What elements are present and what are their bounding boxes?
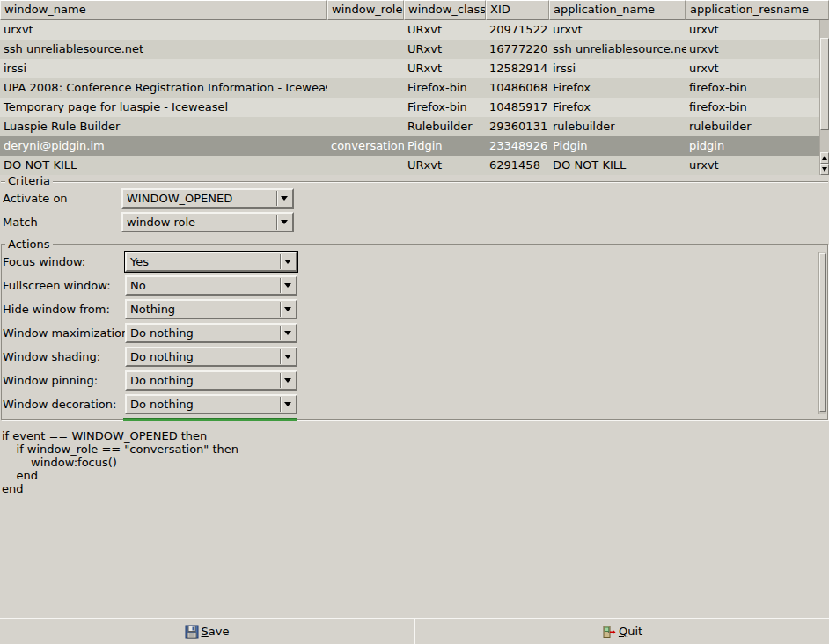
table-cell: DO NOT KILL — [0, 156, 327, 175]
table-cell: Rulebuilder — [404, 117, 486, 136]
focus-window-row: Focus window:Yes — [0, 250, 817, 274]
chevron-down-icon — [276, 191, 291, 206]
table-cell: urxvt — [0, 20, 327, 40]
table-cell: URxvt — [404, 156, 486, 175]
footer-right: Quit — [415, 619, 829, 643]
column-header-application-name[interactable]: application_name — [549, 0, 686, 20]
table-cell: ssh unreliablesource.net — [0, 40, 327, 59]
table-cell — [327, 20, 404, 40]
quit-button[interactable]: Quit — [597, 623, 648, 640]
table-cell — [327, 40, 404, 59]
table-row[interactable]: Luaspie Rule BuilderRulebuilder29360131r… — [0, 117, 829, 136]
table-row[interactable]: deryni@pidgin.imconversationPidgin233489… — [0, 136, 829, 156]
window-pinning-dropdown[interactable]: Do nothing — [125, 370, 297, 391]
table-row[interactable]: ssh unreliablesource.netURxvt16777220ssh… — [0, 40, 829, 59]
table-cell — [327, 59, 404, 78]
dropdown-selected-value: Nothing — [127, 301, 280, 318]
chevron-down-icon — [276, 215, 291, 230]
window-pinning-label: Window pinning: — [3, 374, 125, 387]
window-decoration-label: Window decoration: — [3, 398, 125, 411]
save-button-label: Save — [202, 625, 230, 638]
column-header-window-role[interactable]: window_role — [327, 0, 404, 20]
hide-window-from-dropdown[interactable]: Nothing — [125, 299, 297, 319]
triangle-down-glyph — [284, 283, 291, 288]
column-header-xid[interactable]: XID — [486, 0, 549, 20]
window-shading-label: Window shading: — [3, 350, 125, 363]
quit-button-label: Quit — [619, 625, 642, 638]
window-decoration-dropdown[interactable]: Do nothing — [125, 394, 297, 414]
table-cell: Firefox-bin — [404, 78, 486, 98]
table-cell: 29360131 — [486, 117, 549, 136]
table-cell — [327, 98, 404, 117]
window-shading-dropdown[interactable]: Do nothing — [125, 347, 297, 367]
column-header-application-resname[interactable]: application_resname — [686, 0, 829, 20]
table-cell: URxvt — [404, 40, 486, 59]
window-maximization-row: Window maximization:Do nothing — [0, 321, 817, 345]
table-cell — [327, 117, 404, 136]
table-cell: rulebuilder — [686, 117, 829, 136]
scrollbar-thumb[interactable] — [819, 253, 826, 412]
dropdown-selected-value: Do nothing — [127, 348, 280, 365]
actions-horizontal-scrollbar[interactable] — [123, 418, 297, 421]
column-header-window-class[interactable]: window_class — [404, 0, 486, 20]
table-cell: rulebuilder — [549, 117, 686, 136]
activate-on-dropdown[interactable]: WINDOW_OPENED — [121, 188, 294, 209]
hide-window-from-label: Hide window from: — [3, 303, 125, 316]
focus-window-dropdown[interactable]: Yes — [125, 252, 297, 272]
triangle-down-glyph — [284, 378, 291, 383]
table-cell: Pidgin — [404, 136, 486, 156]
criteria-frame-line — [1, 181, 828, 183]
lua-code-preview: if event == WINDOW_OPENED then if window… — [0, 424, 829, 618]
window-list: window_namewindow_rolewindow_classXIDapp… — [0, 0, 829, 175]
table-row[interactable]: irssiURxvt12582914irssiurxvt — [0, 59, 829, 78]
window-maximization-dropdown[interactable]: Do nothing — [125, 323, 297, 343]
scrollbar-thumb[interactable] — [820, 38, 829, 130]
table-cell: urxvt — [686, 156, 829, 175]
table-cell: firefox-bin — [686, 78, 829, 98]
scroll-down-button[interactable] — [820, 164, 829, 175]
table-cell: UPA 2008: Conference Registration Inform… — [0, 78, 327, 98]
window-list-scrollbar[interactable] — [819, 20, 829, 175]
table-row[interactable]: UPA 2008: Conference Registration Inform… — [0, 78, 829, 98]
triangle-down-glyph — [284, 355, 291, 359]
dropdown-selected-value: Do nothing — [127, 372, 280, 389]
match-label: Match — [3, 216, 121, 229]
triangle-down-glyph — [284, 307, 291, 311]
dropdown-selected-value: No — [127, 277, 280, 294]
table-cell: urxvt — [549, 20, 686, 40]
table-header-row: window_namewindow_rolewindow_classXIDapp… — [0, 0, 829, 20]
table-cell: pidgin — [686, 136, 829, 156]
hide-window-from-row: Hide window from:Nothing — [0, 297, 817, 321]
table-cell: URxvt — [404, 59, 486, 78]
scroll-up-button[interactable] — [820, 152, 829, 164]
chevron-down-icon — [280, 349, 295, 364]
table-cell: Luaspie Rule Builder — [0, 117, 327, 136]
criteria-fields: Activate onWINDOW_OPENEDMatchwindow role — [0, 187, 817, 234]
table-cell: Temporary page for luaspie - Iceweasel — [0, 98, 327, 117]
table-row[interactable]: DO NOT KILLURxvt6291458DO NOT KILLurxvt — [0, 156, 829, 175]
actions-frame-label: Actions — [5, 238, 53, 250]
match-dropdown[interactable]: window role — [121, 212, 294, 232]
table-body: urxvtURxvt20971522urxvturxvtssh unreliab… — [0, 20, 829, 175]
quit-door-icon — [602, 625, 616, 639]
activate-on-row: Activate onWINDOW_OPENED — [0, 187, 817, 210]
fullscreen-window-label: Fullscreen window: — [3, 279, 125, 292]
table-cell: urxvt — [686, 40, 829, 59]
footer-bar: Save Quit — [0, 618, 829, 644]
table-row[interactable]: urxvtURxvt20971522urxvturxvt — [0, 20, 829, 40]
table-cell: 6291458 — [486, 156, 549, 175]
table-cell: 20971522 — [486, 20, 549, 40]
save-button[interactable]: Save — [180, 623, 235, 640]
fullscreen-window-dropdown[interactable]: No — [125, 275, 297, 296]
table-cell: Firefox — [549, 78, 686, 98]
triangle-down-glyph — [284, 402, 291, 406]
table-cell: irssi — [549, 59, 686, 78]
table-cell: DO NOT KILL — [549, 156, 686, 175]
table-cell — [327, 78, 404, 98]
focus-window-label: Focus window: — [3, 255, 125, 268]
chevron-down-icon — [280, 254, 295, 269]
table-row[interactable]: Temporary page for luaspie - IceweaselFi… — [0, 98, 829, 117]
actions-fields: Focus window:YesFullscreen window:NoHide… — [0, 250, 817, 416]
actions-scrollbar[interactable] — [818, 252, 826, 414]
column-header-window-name[interactable]: window_name — [0, 0, 327, 20]
